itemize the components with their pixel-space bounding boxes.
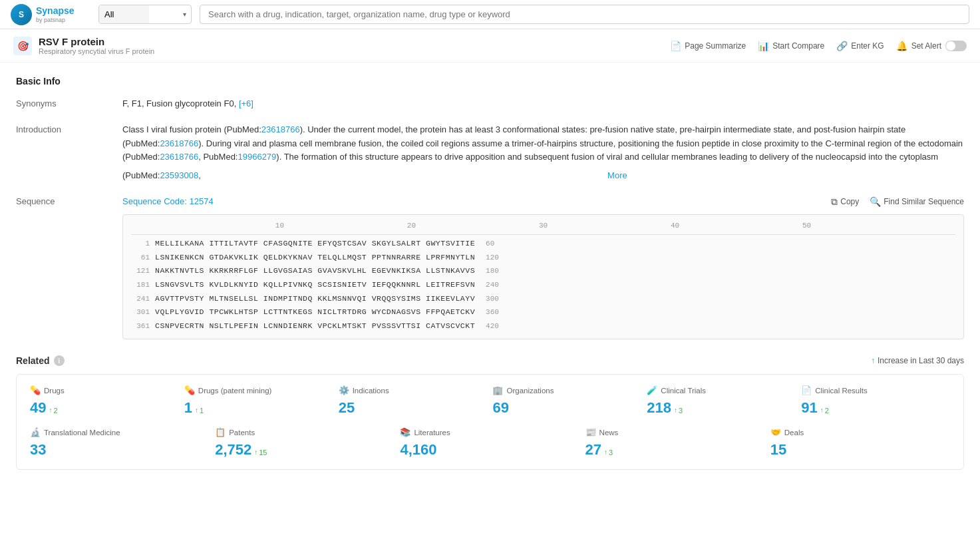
sequence-row: 181 LSNGVSVLTS KVLDLKNYID KQLLPIVNKQ SCS… xyxy=(131,279,955,291)
related-item-label: Indications xyxy=(353,387,389,395)
page-summarize-button[interactable]: 📄 Page Summarize xyxy=(670,41,746,51)
related-info-icon[interactable]: i xyxy=(54,355,65,366)
related-item[interactable]: 📚 Literatures 4,160 xyxy=(400,427,579,458)
count-value: 2,752 xyxy=(215,441,251,458)
related-item[interactable]: 🧪 Clinical Trials 218 ↑3 xyxy=(647,385,796,417)
related-item-count: 2,752 ↑15 xyxy=(215,441,395,458)
search-input[interactable] xyxy=(200,5,969,24)
alert-toggle[interactable] xyxy=(945,41,967,51)
related-item-label: Clinical Trials xyxy=(661,387,706,395)
count-badge: ↑1 xyxy=(195,407,204,415)
related-item-label: Translational Medicine xyxy=(44,429,120,437)
related-item[interactable]: 🔬 Translational Medicine 33 xyxy=(30,427,210,458)
related-item-icon: 📋 xyxy=(215,427,226,437)
search-filter: All Drugs Targets xyxy=(98,5,192,24)
related-row2: 🔬 Translational Medicine 33 📋 Patents 2,… xyxy=(30,427,950,458)
related-item[interactable]: ⚙️ Indications 25 xyxy=(339,385,488,417)
seq-row-number: 241 xyxy=(131,293,150,305)
seq-row-number: 1 xyxy=(131,238,150,250)
related-item[interactable]: 🏢 Organizations 69 xyxy=(492,385,641,417)
seq-row-number: 181 xyxy=(131,279,150,291)
start-compare-button[interactable]: 📊 Start Compare xyxy=(758,41,824,51)
brand-sub: by patsnap xyxy=(36,17,75,24)
brand-name: Synapse xyxy=(36,5,75,17)
target-name: RSV F protein xyxy=(39,36,154,47)
pubmed-link-1[interactable]: 23618766 xyxy=(261,124,300,134)
pubmed-link-2[interactable]: 23618766 xyxy=(160,138,198,148)
related-item[interactable]: 🤝 Deals 15 xyxy=(770,427,950,458)
count-value: 33 xyxy=(30,441,46,458)
enter-kg-button[interactable]: 🔗 Enter KG xyxy=(836,41,884,51)
introduction-label: Introduction xyxy=(16,123,122,134)
seq-row-data: MELLILKANA ITTILTAVTF CFASGQNITE EFYQSTC… xyxy=(155,238,475,250)
related-item-header: 📰 News xyxy=(585,427,765,437)
related-item-count: 15 xyxy=(770,441,950,458)
count-value: 15 xyxy=(770,441,786,458)
related-item-icon: 📄 xyxy=(801,385,812,395)
introduction-value: Class I viral fusion protein (PubMed:236… xyxy=(122,123,964,183)
copy-button[interactable]: ⧉ Copy xyxy=(831,196,859,208)
synonyms-more-link[interactable]: [+6] xyxy=(239,98,253,108)
seq-row-data: VQLPLYGVID TPCWKLHTSP LCTTNTKEGS NICLTRT… xyxy=(155,306,475,318)
pubmed-link-3[interactable]: 23618766 xyxy=(160,152,198,162)
related-item-label: Drugs xyxy=(44,387,65,395)
related-header: Related i ↑ Increase in Last 30 days xyxy=(16,355,964,366)
compare-icon: 📊 xyxy=(758,41,769,51)
sub-header: 🎯 RSV F protein Respiratory syncytial vi… xyxy=(0,29,980,63)
increase-arrow-icon: ↑ xyxy=(871,356,875,365)
related-item-count: 69 xyxy=(492,399,641,417)
count-value: 49 xyxy=(30,399,46,417)
sequence-header: Sequence Code: 12574 ⧉ Copy 🔍 Find Simil… xyxy=(122,195,964,209)
sequence-row: 121 NAKKTNVTLS KKRKRRFLGF LLGVGSAIAS GVA… xyxy=(131,265,955,277)
related-item-icon: 🤝 xyxy=(770,427,781,437)
related-item-label: Literatures xyxy=(414,429,450,437)
seq-row-number: 301 xyxy=(131,307,150,319)
pubmed-link-4[interactable]: 19966279 xyxy=(238,152,276,162)
badge-arrow-icon: ↑ xyxy=(49,407,52,414)
related-item-header: 🤝 Deals xyxy=(770,427,950,437)
related-item-count: 4,160 xyxy=(400,441,579,458)
related-item[interactable]: 📰 News 27 ↑3 xyxy=(585,427,765,458)
related-item[interactable]: 📋 Patents 2,752 ↑15 xyxy=(215,427,395,458)
related-item-icon: 💊 xyxy=(30,385,41,395)
related-item-icon: ⚙️ xyxy=(339,385,349,395)
count-badge: ↑15 xyxy=(254,448,267,456)
badge-arrow-icon: ↑ xyxy=(820,407,824,414)
related-item-icon: 💊 xyxy=(184,385,195,395)
related-item-icon: 🔬 xyxy=(30,427,41,437)
related-item[interactable]: 💊 Drugs 49 ↑2 xyxy=(30,385,179,417)
seq-row-data: LSNIKENKCN GTDAKVKLIK QELDKYKNAV TELQLLM… xyxy=(155,252,475,264)
synapse-logo-icon: S xyxy=(11,4,32,25)
intro-more-link[interactable]: More xyxy=(607,170,627,180)
sequence-actions: ⧉ Copy 🔍 Find Similar Sequence xyxy=(831,196,964,208)
find-similar-sequence-button[interactable]: 🔍 Find Similar Sequence xyxy=(870,196,964,207)
related-item-icon: 🏢 xyxy=(492,385,503,395)
related-item[interactable]: 💊 Drugs (patent mining) 1 ↑1 xyxy=(184,385,333,417)
related-item-count: 218 ↑3 xyxy=(647,399,796,417)
seq-row-end: 120 xyxy=(486,252,499,264)
sequence-row: 361 CSNPVECRTN NSLTLPEFIN LCNNDIENRK VPC… xyxy=(131,320,955,333)
related-item[interactable]: 📄 Clinical Results 91 ↑2 xyxy=(801,385,950,417)
target-subtitle: Respiratory syncytial virus F protein xyxy=(39,47,154,55)
related-item-header: ⚙️ Indications xyxy=(339,385,488,395)
related-item-header: 🔬 Translational Medicine xyxy=(30,427,210,437)
related-item-icon: 📚 xyxy=(400,427,410,437)
related-item-label: Clinical Results xyxy=(815,387,868,395)
related-item-label: Drugs (patent mining) xyxy=(198,387,272,395)
sequence-rows: 1 MELLILKANA ITTILTAVTF CFASGQNITE EFYQS… xyxy=(131,238,955,332)
related-item-label: News xyxy=(599,429,619,437)
count-badge: ↑3 xyxy=(674,407,683,415)
count-value: 218 xyxy=(647,399,671,417)
seq-row-number: 121 xyxy=(131,266,150,277)
introduction-row: Introduction Class I viral fusion protei… xyxy=(16,123,964,183)
pubmed-link-5[interactable]: 23593008 xyxy=(160,170,198,180)
related-item-count: 25 xyxy=(339,399,488,417)
search-filter-wrapper: All Drugs Targets xyxy=(98,5,192,24)
count-value: 69 xyxy=(492,399,508,417)
sequence-viewer[interactable]: 10 20 30 40 50 1 MELLILKANA ITTILTAVTF C… xyxy=(122,214,964,340)
seq-row-end: 420 xyxy=(486,321,499,333)
target-icon: 🎯 xyxy=(13,37,32,55)
seq-row-number: 61 xyxy=(131,252,150,264)
search-category-select[interactable]: All Drugs Targets xyxy=(99,5,149,23)
seq-row-data: LSNGVSVLTS KVLDLKNYID KQLLPIVNKQ SCSISNI… xyxy=(155,279,475,291)
